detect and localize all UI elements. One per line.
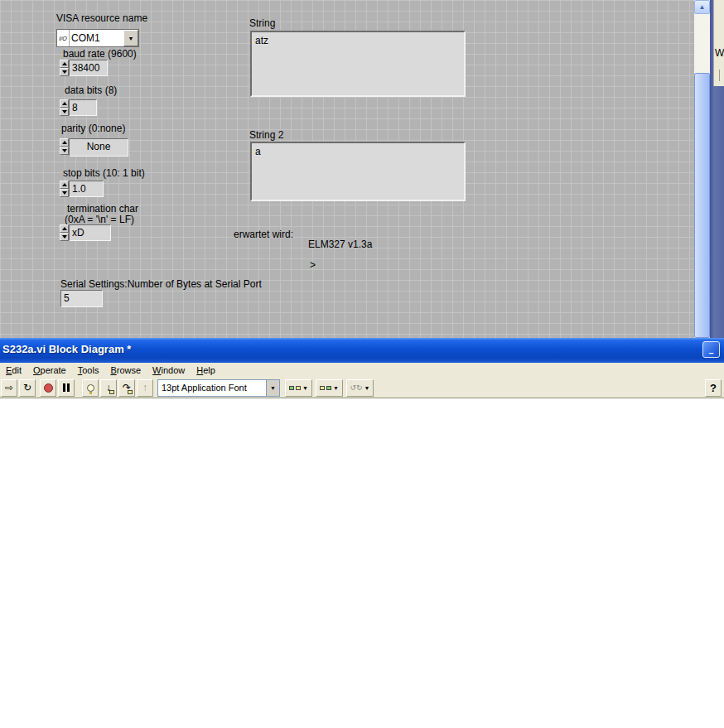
- distribute-icon: [320, 386, 325, 390]
- window-title: S232a.vi Block Diagram *: [2, 343, 131, 355]
- stop-bits-label: stop bits (10: 1 bit): [63, 167, 145, 179]
- step-over-button[interactable]: ↷: [118, 379, 135, 397]
- termination-value[interactable]: xD: [69, 224, 111, 241]
- increment-button[interactable]: [60, 224, 69, 233]
- decrement-button[interactable]: [60, 108, 69, 116]
- reorder-icon: ↺↻: [350, 383, 362, 392]
- font-dropdown-button[interactable]: ▼: [266, 380, 279, 396]
- string2-label: String 2: [249, 129, 283, 141]
- visa-resource-label: VISA resource name: [56, 12, 147, 24]
- parity-value[interactable]: None: [69, 138, 128, 157]
- expected-caption: erwartet wird:: [234, 229, 293, 240]
- combo-dropdown-button[interactable]: ▼: [123, 30, 138, 46]
- abort-button[interactable]: [40, 379, 56, 397]
- increment-button[interactable]: [60, 181, 69, 189]
- reorder-button[interactable]: ↺↻▼: [346, 379, 374, 397]
- toolbar: ⇨ ↻ ↓ ↷ ↑ 13pt Application Font ▼ ▼ ▼ ↺↻…: [0, 378, 724, 398]
- dropdown-icon: ▼: [333, 385, 339, 391]
- increment-button[interactable]: [60, 99, 69, 108]
- menu-bar: Edit Operate Tools Browse Window Help: [0, 363, 724, 378]
- data-bits-label: data bits (8): [65, 84, 117, 96]
- menu-operate[interactable]: Operate: [27, 365, 72, 375]
- scroll-up-button[interactable]: ▲: [694, 0, 710, 14]
- expected-line1: ELM327 v1.3a: [308, 239, 372, 250]
- block-diagram: N i baud rate (9600) termination char(0x…: [0, 398, 724, 728]
- visa-resource-combo[interactable]: I/O COM1 ▼: [56, 29, 139, 47]
- pause-icon: [63, 383, 70, 392]
- step-out-icon: ↑: [142, 382, 147, 393]
- pause-button[interactable]: [58, 379, 75, 397]
- stop-bits-value[interactable]: 1.0: [69, 181, 104, 197]
- minimize-button[interactable]: –: [702, 341, 720, 358]
- help-icon: ?: [710, 382, 717, 394]
- expected-line2: >: [310, 259, 316, 271]
- background-window-text: We: [715, 47, 724, 59]
- data-bits-value[interactable]: 8: [69, 99, 97, 116]
- run-icon: ⇨: [5, 382, 13, 393]
- decrement-button[interactable]: [60, 68, 69, 76]
- background-window-edge: We: [710, 0, 724, 338]
- string-label: String: [249, 17, 275, 29]
- font-selector-value: 13pt Application Font: [158, 383, 266, 393]
- menu-tools[interactable]: Tools: [72, 365, 105, 375]
- scrollbar-thumb[interactable]: [694, 73, 710, 338]
- data-bits-control[interactable]: 8: [60, 99, 97, 116]
- decrement-button[interactable]: [60, 189, 69, 197]
- menu-edit[interactable]: Edit: [0, 365, 27, 375]
- scroll-up-icon: ▲: [699, 3, 706, 11]
- decrement-button[interactable]: [60, 233, 69, 241]
- distribute-objects-button[interactable]: ▼: [316, 379, 343, 397]
- abort-icon: [44, 383, 53, 393]
- increment-button[interactable]: [60, 138, 69, 147]
- increment-button[interactable]: [60, 60, 69, 68]
- menu-window[interactable]: Window: [147, 365, 191, 375]
- io-glyph: I/O: [57, 30, 70, 46]
- string2-control[interactable]: a: [250, 142, 466, 201]
- step-out-button[interactable]: ↑: [137, 379, 153, 397]
- termination-control[interactable]: xD: [60, 224, 111, 241]
- align-icon: [289, 386, 294, 390]
- highlight-execution-button[interactable]: [82, 379, 99, 397]
- context-help-button[interactable]: ?: [705, 379, 722, 397]
- panel-vertical-scrollbar[interactable]: ▲: [694, 0, 710, 338]
- labview-screen: VISA resource name I/O COM1 ▼ baud rate …: [0, 0, 724, 728]
- font-selector[interactable]: 13pt Application Font ▼: [157, 379, 280, 397]
- serial-settings-label: Serial Settings:Number of Bytes at Seria…: [60, 278, 262, 290]
- baud-rate-label: baud rate (9600): [63, 48, 137, 60]
- termination-label-1: termination char: [67, 203, 138, 215]
- divider-tick: [719, 70, 720, 81]
- window-titlebar[interactable]: S232a.vi Block Diagram * –: [0, 338, 724, 363]
- termination-label-2: (0xA = '\n' = LF): [65, 214, 134, 225]
- serial-settings-value: 5: [60, 290, 103, 307]
- run-button[interactable]: ⇨: [1, 379, 17, 397]
- align-objects-button[interactable]: ▼: [285, 379, 312, 397]
- dropdown-icon: ▼: [302, 385, 308, 391]
- dropdown-icon: ▼: [364, 385, 370, 391]
- run-continuous-icon: ↻: [23, 382, 31, 393]
- step-into-button[interactable]: ↓: [100, 379, 117, 397]
- stop-bits-control[interactable]: 1.0: [60, 181, 104, 197]
- front-panel: VISA resource name I/O COM1 ▼ baud rate …: [0, 0, 724, 338]
- background-window-panel: We: [713, 0, 724, 86]
- baud-rate-control[interactable]: 38400: [60, 60, 108, 76]
- lightbulb-icon: [87, 384, 94, 392]
- parity-control[interactable]: None: [60, 138, 128, 157]
- menu-help[interactable]: Help: [191, 365, 221, 375]
- menu-browse[interactable]: Browse: [104, 365, 147, 375]
- run-continuous-button[interactable]: ↻: [19, 379, 36, 397]
- visa-resource-value: COM1: [70, 30, 123, 46]
- decrement-button[interactable]: [60, 147, 69, 155]
- string-control[interactable]: atz: [250, 31, 466, 97]
- parity-label: parity (0:none): [61, 123, 125, 134]
- baud-rate-value[interactable]: 38400: [69, 60, 108, 76]
